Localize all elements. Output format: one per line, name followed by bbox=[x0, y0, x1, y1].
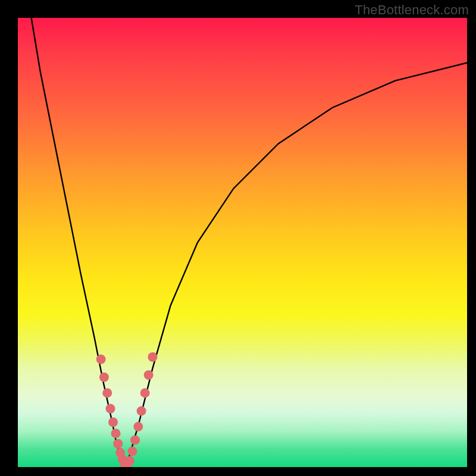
curve-left-branch bbox=[32, 18, 126, 467]
plot-area bbox=[18, 18, 467, 467]
marker-beads-group bbox=[96, 352, 158, 467]
watermark-label: TheBottleneck.com bbox=[355, 2, 469, 18]
curve-svg bbox=[18, 18, 467, 467]
marker-bead bbox=[108, 418, 118, 427]
marker-bead bbox=[148, 352, 158, 362]
marker-bead bbox=[144, 370, 154, 380]
marker-bead bbox=[137, 406, 146, 416]
marker-bead bbox=[125, 456, 134, 465]
marker-bead bbox=[106, 404, 115, 414]
marker-bead bbox=[96, 355, 106, 364]
marker-bead bbox=[102, 388, 112, 397]
marker-bead bbox=[113, 439, 123, 449]
marker-bead bbox=[140, 388, 150, 397]
chart-frame: TheBottleneck.com bbox=[0, 0, 476, 476]
marker-bead bbox=[99, 372, 109, 382]
curve-right-branch bbox=[126, 63, 467, 468]
marker-bead bbox=[133, 422, 143, 431]
marker-bead bbox=[111, 428, 121, 438]
marker-bead bbox=[128, 447, 137, 456]
marker-bead bbox=[130, 436, 140, 445]
